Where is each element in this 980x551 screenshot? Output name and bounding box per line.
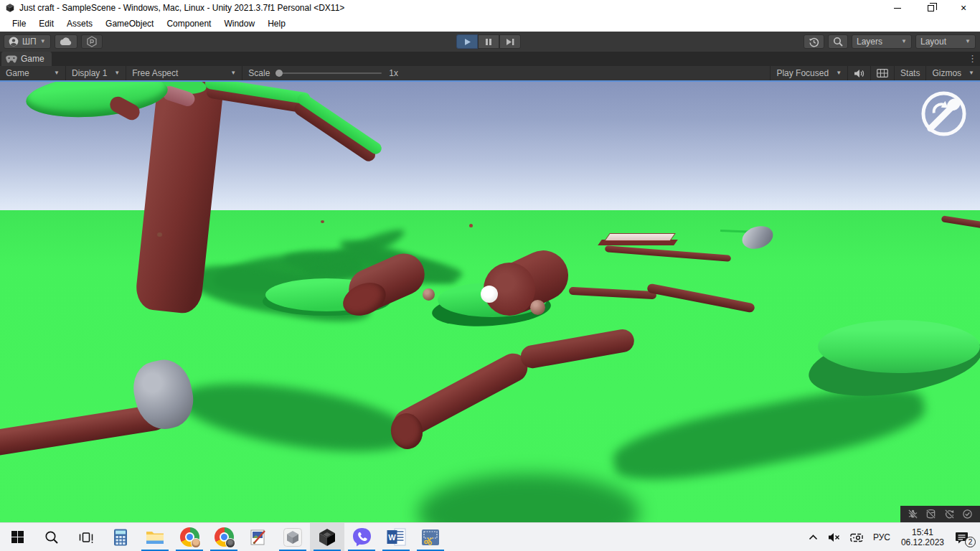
focus-highlight-line: [0, 80, 980, 82]
restore-button[interactable]: [914, 0, 947, 16]
window-title: Just craft - SampleScene - Windows, Mac,…: [19, 3, 344, 13]
search-button[interactable]: [828, 34, 848, 49]
gizmos-dropdown[interactable]: Gizmos ▼: [925, 66, 980, 80]
taskbar-app-paint[interactable]: [241, 523, 275, 551]
taskbar-app-file-explorer[interactable]: [138, 523, 172, 551]
layers-dropdown[interactable]: Layers ▼: [852, 34, 912, 49]
layout-dropdown[interactable]: Layout ▼: [915, 34, 976, 49]
activity-ok-icon[interactable]: [962, 509, 973, 519]
taskbar-app-calculator[interactable]: [103, 523, 138, 551]
tray-clock[interactable]: 15:41 06.12.2023: [895, 527, 950, 547]
menu-edit[interactable]: Edit: [32, 17, 60, 31]
profile-avatar: [225, 538, 235, 548]
game-view-toolbar: Game ▼ Display 1 ▼ Free Aspect ▼ Scale 1…: [0, 66, 980, 80]
view-mode-dropdown[interactable]: Game ▼: [0, 66, 66, 80]
task-view-button[interactable]: [69, 523, 103, 551]
game-viewport[interactable]: [0, 80, 980, 522]
speaker-muted-icon: [828, 532, 840, 542]
minimize-button[interactable]: [881, 0, 914, 16]
scale-value: 1x: [389, 68, 398, 78]
layout-label: Layout: [920, 37, 946, 47]
aspect-dropdown[interactable]: Free Aspect ▼: [126, 66, 242, 80]
taskbar-app-chrome-profile-1[interactable]: [172, 523, 207, 551]
unity-editor-icon: [317, 527, 337, 547]
stats-toggle[interactable]: Stats: [894, 66, 925, 80]
taskbar-app-unity-editor[interactable]: [310, 523, 344, 551]
chevron-down-icon: ▼: [836, 70, 842, 76]
taskbar-app-snipping-tool[interactable]: [413, 523, 448, 551]
minimize-icon: [894, 8, 901, 9]
plastic-scm-button[interactable]: [81, 34, 103, 49]
menu-help[interactable]: Help: [261, 17, 292, 31]
debugger-disabled-icon[interactable]: [908, 509, 918, 519]
account-label: ШП: [22, 37, 37, 47]
tray-date: 06.12.2023: [901, 537, 944, 547]
rotate-item-hud-icon: [920, 90, 968, 138]
tray-show-hidden-icons[interactable]: [804, 523, 823, 551]
chrome-icon: [215, 527, 234, 547]
restore-icon: [928, 5, 934, 11]
stats-label: Stats: [900, 68, 920, 78]
chevron-down-icon: ▼: [901, 39, 907, 44]
display-label: Display 1: [72, 68, 107, 78]
viber-icon: [352, 527, 372, 547]
scale-slider-knob[interactable]: [275, 70, 283, 77]
undo-history-button[interactable]: [804, 34, 824, 49]
menu-window[interactable]: Window: [217, 17, 261, 31]
display-dropdown[interactable]: Display 1 ▼: [66, 66, 126, 80]
taskbar-app-unity-hub[interactable]: [275, 523, 310, 551]
profile-avatar: [191, 538, 201, 548]
chevron-down-icon: ▼: [40, 39, 46, 44]
focus-mode-dropdown[interactable]: Play Focused ▼: [770, 66, 847, 80]
keyboard-grid-icon: [877, 69, 888, 77]
play-button[interactable]: [456, 34, 478, 49]
tray-capture-device[interactable]: [845, 523, 868, 551]
close-button[interactable]: ×: [947, 0, 980, 16]
aspect-label: Free Aspect: [132, 68, 178, 78]
unity-toolbar: ШП ▼: [0, 32, 980, 52]
view-mode-label: Game: [6, 68, 29, 78]
search-icon: [44, 530, 59, 545]
cache-disabled-icon[interactable]: [925, 509, 936, 519]
menu-assets[interactable]: Assets: [60, 17, 99, 31]
scale-slider[interactable]: [275, 72, 382, 74]
taskbar-app-word[interactable]: W: [379, 523, 413, 551]
step-button[interactable]: [499, 34, 521, 49]
taskbar-app-viber[interactable]: [344, 523, 379, 551]
auto-refresh-disabled-icon[interactable]: [944, 509, 955, 519]
gamepad-icon: [6, 55, 17, 63]
tray-action-center[interactable]: 2: [950, 523, 977, 551]
game-view-tab[interactable]: Game: [1, 52, 52, 66]
tab-overflow-menu-icon[interactable]: ⋮: [968, 53, 977, 64]
tray-time: 15:41: [912, 527, 933, 537]
plank-top: [604, 233, 676, 241]
chevron-up-icon: [809, 534, 818, 540]
pause-button[interactable]: [478, 34, 499, 49]
account-button[interactable]: ШП ▼: [4, 34, 51, 49]
chevron-down-icon: ▼: [969, 70, 974, 76]
taskbar-app-chrome-profile-2[interactable]: [207, 523, 241, 551]
wood-speck: [469, 224, 473, 227]
scale-label: Scale: [248, 68, 270, 78]
chevron-down-icon: ▼: [230, 70, 236, 76]
tray-language-indicator[interactable]: РУС: [868, 523, 895, 551]
game-tab-label: Game: [21, 54, 44, 64]
layers-label: Layers: [857, 37, 882, 47]
vsync-grid-button[interactable]: [870, 66, 894, 80]
wood-speck: [157, 232, 162, 237]
menu-gameobject[interactable]: GameObject: [99, 17, 160, 31]
cloud-button[interactable]: [55, 34, 77, 49]
dock-tab-bar: Game ⋮: [0, 52, 980, 66]
svg-text:W: W: [388, 533, 396, 542]
menu-component[interactable]: Component: [160, 17, 217, 31]
start-button[interactable]: [0, 523, 34, 551]
task-view-icon: [79, 532, 93, 543]
tray-volume-muted[interactable]: [823, 523, 845, 551]
speaker-icon: [854, 69, 864, 78]
mute-audio-button[interactable]: [847, 66, 870, 80]
taskbar-search-button[interactable]: [34, 523, 69, 551]
cursor-dot: [481, 286, 498, 303]
menu-file[interactable]: File: [6, 17, 32, 31]
pause-icon: [485, 38, 492, 46]
history-icon: [809, 37, 819, 47]
